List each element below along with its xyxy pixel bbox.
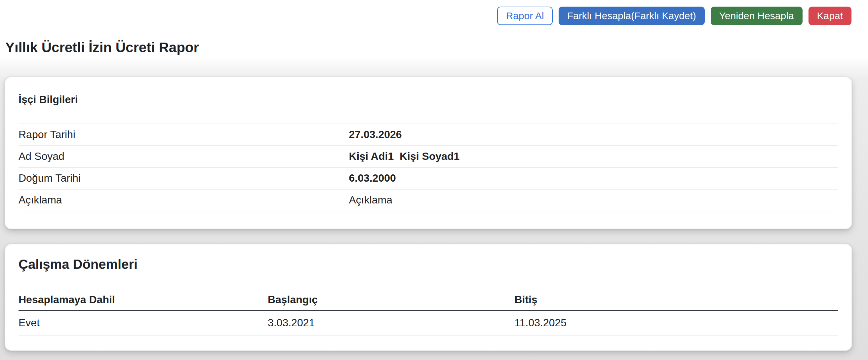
row-full-name: Ad Soyad Kişi Adi1 Kişi Soyad1 [19, 145, 838, 167]
work-periods-card: Çalışma Dönemleri Hesaplamaya Dahil Başl… [5, 244, 852, 351]
recalculate-button[interactable]: Yeniden Hesapla [711, 7, 803, 25]
close-button[interactable]: Kapat [808, 7, 851, 25]
row-value: Açıklama [349, 194, 392, 206]
work-periods-table: Hesaplamaya Dahil Başlangıç Bitiş Evet 3… [19, 289, 838, 335]
cell-end: 11.03.2025 [514, 310, 838, 335]
worker-info-card: İşçi Bilgileri Rapor Tarihi 27.03.2026 A… [5, 77, 852, 229]
report-page: Rapor Al Farklı Hesapla(Farklı Kaydet) Y… [0, 0, 868, 360]
get-report-button[interactable]: Rapor Al [497, 7, 553, 25]
cell-included: Evet [19, 310, 268, 335]
row-label: Ad Soyad [19, 151, 349, 163]
row-report-date: Rapor Tarihi 27.03.2026 [19, 124, 838, 145]
work-periods-title: Çalışma Dönemleri [19, 244, 838, 272]
col-header-included: Hesaplamaya Dahil [19, 289, 268, 310]
row-description: Açıklama Açıklama [19, 189, 838, 211]
cell-start: 3.03.2021 [268, 310, 514, 335]
col-header-start: Başlangıç [268, 289, 514, 310]
page-title: Yıllık Ücretli İzin Ücreti Rapor [5, 40, 199, 56]
worker-info-title: İşçi Bilgileri [19, 77, 838, 106]
row-value: 27.03.2026 [349, 129, 402, 141]
row-value: Kişi Adi1 Kişi Soyad1 [349, 151, 460, 163]
table-header-row: Hesaplamaya Dahil Başlangıç Bitiş [19, 289, 838, 310]
row-label: Açıklama [19, 194, 349, 206]
calculate-save-as-button[interactable]: Farklı Hesapla(Farklı Kaydet) [559, 7, 705, 25]
row-birth-date: Doğum Tarihi 6.03.2000 [19, 167, 838, 189]
row-label: Doğum Tarihi [19, 172, 349, 184]
row-label: Rapor Tarihi [19, 129, 349, 141]
col-header-end: Bitiş [514, 289, 838, 310]
toolbar: Rapor Al Farklı Hesapla(Farklı Kaydet) Y… [497, 7, 851, 25]
table-row: Evet 3.03.2021 11.03.2025 [19, 310, 838, 335]
row-value: 6.03.2000 [349, 172, 396, 184]
